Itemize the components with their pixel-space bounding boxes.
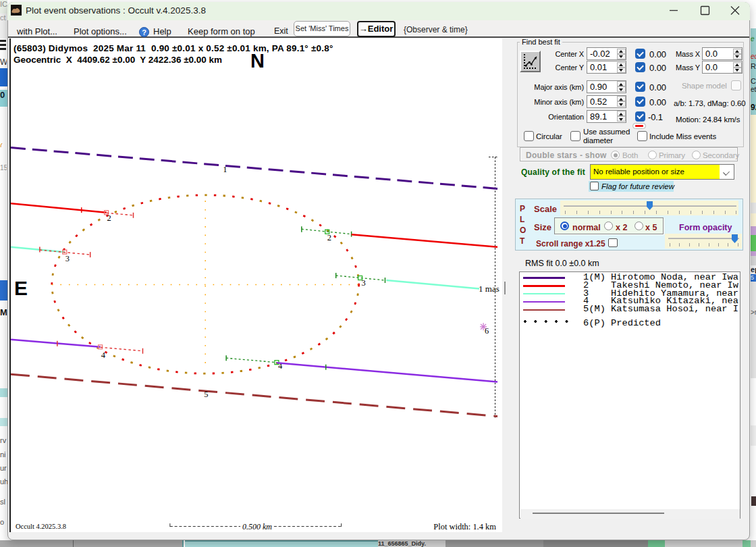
svg-text:Occult 4.2025.3.8: Occult 4.2025.3.8 — [16, 523, 66, 530]
svg-text:5: 5 — [204, 390, 208, 399]
svg-text:E: E — [14, 277, 28, 299]
svg-text:1 mas: 1 mas — [479, 284, 500, 294]
svg-text:Geocentric X 4409.62 ±0.00: Geocentric X 4409.62 ±0.00 Y 2422.36 ±0.… — [14, 55, 222, 65]
svg-text:Plot width: 1.4 km: Plot width: 1.4 km — [433, 522, 496, 531]
svg-text:4: 4 — [101, 350, 106, 360]
svg-text:3: 3 — [362, 278, 366, 288]
svg-text:1: 1 — [223, 165, 227, 174]
svg-text:3: 3 — [65, 254, 70, 263]
svg-text:(65803) Didymos 2025 Mar 11: (65803) Didymos 2025 Mar 11 0.90 ±0.01 x… — [14, 43, 333, 53]
svg-text:2: 2 — [327, 233, 331, 242]
svg-text:0.500 km: 0.500 km — [242, 522, 272, 531]
svg-text:2: 2 — [107, 213, 111, 223]
svg-text:6: 6 — [485, 326, 489, 336]
svg-text:N: N — [250, 50, 265, 72]
